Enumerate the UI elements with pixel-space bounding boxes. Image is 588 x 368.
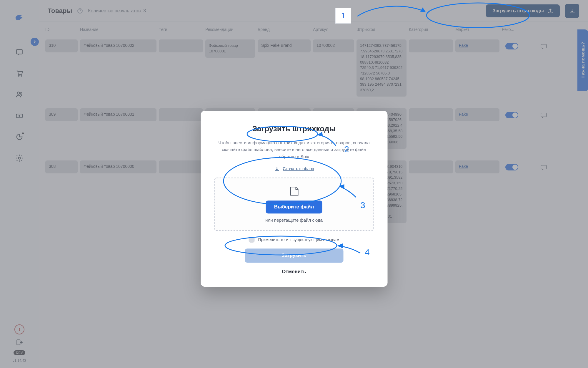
modal-cancel-button[interactable]: Отменить <box>280 268 308 275</box>
file-dropzone[interactable]: Выберите файл или перетащите файл сюда <box>214 178 374 231</box>
apply-tags-checkbox[interactable] <box>249 237 254 243</box>
download-template-link[interactable]: Скачать шаблон <box>274 166 314 172</box>
modal-upload-button[interactable]: Загрузить <box>245 248 343 263</box>
choose-file-button[interactable]: Выберите файл <box>266 200 322 213</box>
apply-tags-label: Применить теги к существующим отзывам <box>258 237 339 242</box>
drag-hint: или перетащите файл сюда <box>265 218 323 223</box>
apply-tags-row[interactable]: Применить теги к существующим отзывам <box>249 237 339 243</box>
download-template-label: Скачать шаблон <box>283 166 314 171</box>
modal-description: Чтобы внести информацию о штрих-кодах и … <box>214 139 374 160</box>
file-icon <box>288 186 300 196</box>
download-template-icon <box>274 166 280 172</box>
upload-barcodes-modal: Загрузить штрихкоды Чтобы внести информа… <box>201 111 387 287</box>
modal-title: Загрузить штрихкоды <box>252 124 336 133</box>
